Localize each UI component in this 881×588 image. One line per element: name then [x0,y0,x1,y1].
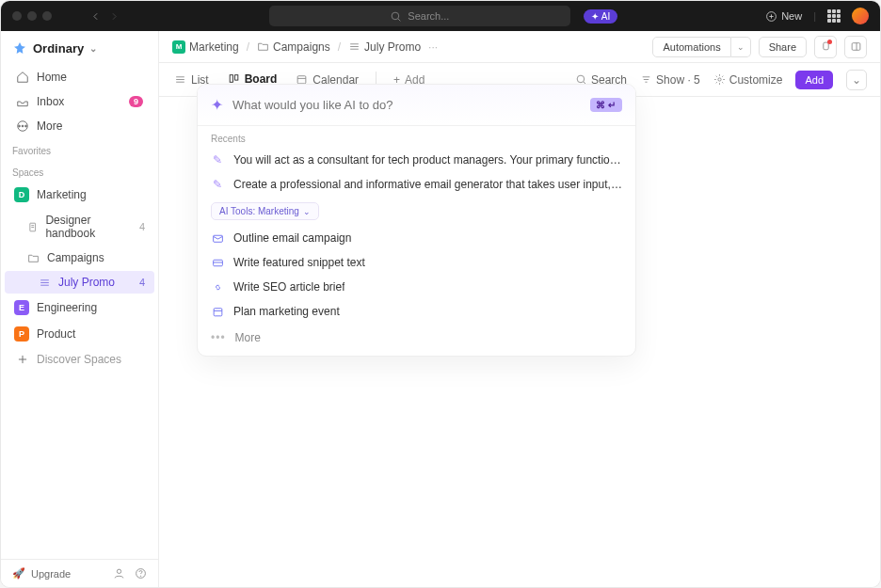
ai-tool-outline-email[interactable]: Outline email campaign [198,226,635,250]
sparkle-icon: ✦ [211,96,223,114]
forward-button[interactable] [106,10,121,23]
recent-item[interactable]: ✎ Create a professional and informative … [198,172,635,197]
space-engineering[interactable]: E Engineering [5,295,154,320]
user-icon[interactable] [113,567,125,580]
automations-split-button: Automations ⌄ [652,37,750,57]
more-icon [16,119,29,133]
svg-point-19 [140,576,141,577]
traffic-close[interactable] [12,11,22,21]
link-icon [211,280,224,294]
inbox-icon [16,95,29,108]
ai-tool-snippet[interactable]: Write featured snippet text [198,250,635,275]
space-marketing[interactable]: D Marketing [5,183,154,207]
automations-dropdown[interactable]: ⌄ [731,37,751,57]
svg-rect-29 [230,75,232,83]
global-search[interactable]: Search... [269,6,570,26]
folder-designer-handbook[interactable]: Designer handbook 4 [5,209,154,245]
svg-point-38 [718,78,721,81]
space-badge-icon: M [172,40,185,54]
svg-point-33 [577,75,585,83]
main-area: M Marketing / Campaigns / July Promo ···… [159,31,880,587]
help-icon[interactable] [135,567,147,580]
list-july-promo[interactable]: July Promo 4 [5,271,154,294]
automations-button[interactable]: Automations [652,37,730,57]
svg-point-6 [19,125,21,127]
panel-icon [850,40,862,53]
calendar-icon [211,305,224,318]
user-avatar[interactable] [852,8,869,24]
new-button[interactable]: New [765,10,802,23]
card-icon [211,256,224,269]
traffic-min[interactable] [27,11,37,21]
show-action[interactable]: Show · 5 [640,73,700,87]
spaces-section-label: Spaces [1,160,158,182]
sidebar: Ordinary ⌄ Home Inbox 9 More Favorites S… [1,31,159,587]
ai-tool-event[interactable]: Plan marketing event [198,299,635,324]
sidebar-footer: 🚀 Upgrade [1,559,158,587]
crumb-more-icon[interactable]: ··· [428,40,438,54]
customize-action[interactable]: Customize [713,73,783,87]
ai-prompt-input[interactable] [232,98,581,112]
ai-input-row: ✦ ⌘ ↵ [198,85,635,125]
recent-item[interactable]: ✎ You will act as a consultant for tech … [198,148,635,172]
share-button[interactable]: Share [759,37,807,57]
svg-rect-31 [298,76,307,84]
list-icon [39,277,51,289]
ai-sparkle-icon: ✦ [591,11,599,22]
ai-tool-seo[interactable]: Write SEO article brief [198,275,635,299]
mail-icon [211,231,224,245]
chevron-down-icon: ⌄ [89,43,97,54]
add-button[interactable]: Add [795,71,833,89]
ai-button[interactable]: ✦ AI [584,9,617,24]
upgrade-icon: 🚀 [12,567,25,580]
crumb-space[interactable]: M Marketing [172,40,239,54]
svg-point-17 [117,569,120,573]
list-icon [348,40,360,53]
notifications-button[interactable] [814,36,837,58]
notification-dot [827,40,832,44]
titlebar: Search... ✦ AI New | [1,1,880,31]
space-badge: E [14,300,29,315]
keyboard-shortcut: ⌘ ↵ [590,98,622,112]
space-badge: P [14,326,29,342]
filter-icon [640,73,652,86]
chevron-down-icon: ⌄ [852,73,861,87]
pencil-icon: ✎ [211,153,224,167]
inbox-badge: 9 [129,96,143,107]
back-button[interactable] [88,10,103,23]
ai-more-button[interactable]: ••• More [198,324,635,356]
chevron-down-icon: ⌄ [737,42,745,52]
breadcrumb-bar: M Marketing / Campaigns / July Promo ···… [159,31,880,63]
folder-icon [27,252,40,264]
apps-grid-icon[interactable] [827,9,841,23]
dots-icon: ••• [211,331,226,344]
svg-point-7 [25,125,27,127]
svg-rect-24 [852,43,860,51]
search-placeholder: Search... [408,10,449,22]
upgrade-link[interactable]: Upgrade [31,568,71,580]
traffic-max[interactable] [42,11,52,21]
recents-label: Recents [198,126,635,148]
svg-point-5 [22,125,24,127]
crumb-list[interactable]: July Promo [348,40,421,54]
workspace-switcher[interactable]: Ordinary ⌄ [1,31,158,65]
ai-tools-dropdown[interactable]: AI Tools: Marketing ⌄ [211,202,319,220]
svg-line-1 [398,19,400,21]
home-icon [16,71,29,84]
svg-rect-30 [234,75,237,80]
space-product[interactable]: P Product [5,322,154,346]
workspace-logo-icon [12,40,27,56]
chevron-down-icon: ⌄ [303,207,311,216]
crumb-folder[interactable]: Campaigns [257,40,330,54]
space-badge: D [14,187,29,202]
svg-rect-42 [214,308,222,315]
discover-spaces[interactable]: Discover Spaces [5,348,154,371]
doc-icon [27,221,38,233]
ai-panel: ✦ ⌘ ↵ Recents ✎ You will act as a consul… [197,84,636,357]
add-dropdown[interactable]: ⌄ [846,70,867,90]
sidebar-home[interactable]: Home [5,66,154,88]
panel-toggle-button[interactable] [844,36,867,58]
sidebar-more[interactable]: More [5,115,154,137]
folder-campaigns[interactable]: Campaigns [5,246,154,269]
sidebar-inbox[interactable]: Inbox 9 [5,90,154,113]
